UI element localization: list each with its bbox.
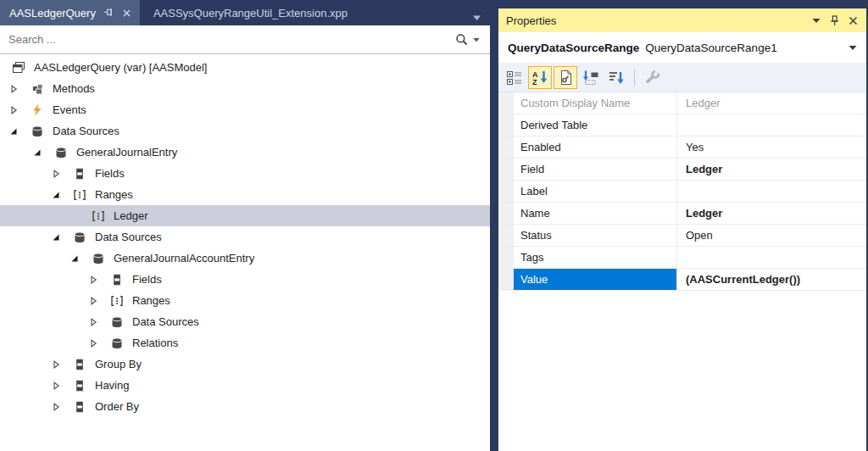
tree-item-events[interactable]: Events [0,99,490,120]
search-icon[interactable] [455,33,469,47]
categorized-button[interactable] [503,66,526,89]
fields-icon [73,167,86,181]
tree-item-label: Order By [95,396,139,417]
expander-expanded-icon[interactable] [68,252,81,265]
property-label[interactable]: Derived Table [514,114,676,136]
property-pages-button[interactable] [554,66,577,89]
search-input[interactable] [0,33,455,46]
methods-icon [31,82,44,96]
property-value[interactable]: Ledger [676,203,866,224]
tree-item-ledger[interactable]: Ledger [0,205,490,226]
expander-expanded-icon[interactable] [31,146,44,159]
expander-collapsed-icon[interactable] [49,167,63,181]
tab-aassysqueryrangeutil[interactable]: AASSysQueryRangeUtil_Extension.xpp [140,0,361,25]
property-label[interactable]: Custom Display Name [514,92,676,114]
property-value[interactable]: (AASCurrentLedger()) [676,269,866,290]
tree-item-relations[interactable]: Relations [0,332,490,354]
tree-item-label: Fields [95,163,125,184]
property-row-tags[interactable]: Tags [498,247,866,269]
tree-item-ranges[interactable]: Ranges [0,290,490,311]
database-icon [92,252,105,265]
set-value-button[interactable] [579,66,603,89]
expander-collapsed-icon[interactable] [49,379,63,393]
tree-item-label: Ledger [114,205,147,226]
tree-item-aasledgerquery-var-aasmodel[interactable]: AASLedgerQuery (var) [AASModel] [0,57,490,78]
properties-title-bar[interactable]: Properties [498,8,866,32]
tree-item-fields[interactable]: Fields [0,269,490,290]
tree-item-generaljournalaccountentry[interactable]: GeneralJournalAccountEntry [0,248,490,269]
tab-aasledgerquery[interactable]: AASLedgerQuery [0,0,140,25]
database-icon [54,146,68,159]
tree-item-methods[interactable]: Methods [0,78,490,99]
window-position-dropdown-icon[interactable] [808,13,824,29]
property-label[interactable]: Name [514,203,676,224]
property-row-label[interactable]: Label [498,181,866,203]
close-icon[interactable] [121,8,132,19]
expander-collapsed-icon[interactable] [49,358,63,371]
fields-icon [73,358,86,371]
tree-item-label: Ranges [95,184,133,205]
property-value[interactable] [676,114,866,136]
tree-item-ranges[interactable]: Ranges [0,184,490,205]
expander-collapsed-icon[interactable] [86,273,100,287]
property-value[interactable]: Ledger [676,159,866,180]
row-indent-strip [498,114,514,136]
property-label[interactable]: Status [514,225,676,246]
object-selector[interactable]: QueryDataSourceRange QueryDataSourceRang… [498,32,866,63]
tree-item-order-by[interactable]: Order By [0,396,490,417]
properties-grid: Custom Display NameLedgerDerived TableEn… [498,92,866,291]
expander-collapsed-icon[interactable] [86,315,100,329]
expander-expanded-icon[interactable] [49,231,63,244]
pin-icon[interactable] [826,13,843,29]
property-label[interactable]: Enabled [514,136,676,158]
property-value[interactable]: Yes [676,136,866,158]
tree-item-data-sources[interactable]: Data Sources [0,120,490,142]
sort-descending-button[interactable] [604,66,628,89]
tree-item-having[interactable]: Having [0,375,490,396]
application-window: AASLedgerQuery AASSysQueryRangeUtil_Exte… [0,0,868,451]
pin-icon[interactable] [103,7,114,19]
toolbar-separator [634,69,635,86]
property-value[interactable]: Ledger [676,92,866,114]
property-row-value[interactable]: Value(AASCurrentLedger()) [498,269,866,291]
chevron-down-icon[interactable] [849,44,857,51]
database-icon [110,337,124,350]
property-value[interactable] [676,247,866,268]
tree-item-data-sources[interactable]: Data Sources [0,311,490,332]
property-label[interactable]: Field [514,159,676,180]
properties-toolbar: AZ [498,63,866,92]
expander-collapsed-icon[interactable] [7,82,20,96]
property-row-custom-display-name[interactable]: Custom Display NameLedger [498,92,866,114]
tree-item-fields[interactable]: Fields [0,163,490,184]
expander-collapsed-icon[interactable] [7,103,20,117]
property-row-status[interactable]: StatusOpen [498,225,866,247]
property-row-derived-table[interactable]: Derived Table [498,114,866,136]
expander-collapsed-icon[interactable] [86,294,100,308]
row-indent-strip [498,247,514,268]
property-value[interactable] [676,181,866,202]
row-indent-strip [498,92,514,114]
expander-expanded-icon[interactable] [49,188,63,202]
database-icon [110,315,124,329]
expander-collapsed-icon[interactable] [86,337,100,350]
tree-item-group-by[interactable]: Group By [0,354,490,375]
property-row-name[interactable]: NameLedger [498,203,866,225]
tree-item-label: GeneralJournalEntry [76,142,177,163]
document-tab-strip: AASLedgerQuery AASSysQueryRangeUtil_Exte… [0,0,490,25]
tree-item-data-sources[interactable]: Data Sources [0,226,490,248]
alphabetical-button[interactable]: AZ [528,66,552,89]
property-row-field[interactable]: FieldLedger [498,159,866,181]
expander-expanded-icon[interactable] [7,125,20,138]
ranges-icon [110,294,124,308]
tab-list-dropdown-icon[interactable] [473,9,481,16]
tree-item-generaljournalentry[interactable]: GeneralJournalEntry [0,142,490,163]
row-indent-strip [498,203,514,224]
property-label[interactable]: Tags [514,247,676,268]
property-row-enabled[interactable]: EnabledYes [498,136,866,159]
property-label[interactable]: Value [514,269,676,290]
expander-collapsed-icon[interactable] [49,400,63,414]
property-label[interactable]: Label [514,181,676,202]
search-options-dropdown-icon[interactable] [473,37,480,42]
property-value[interactable]: Open [676,225,866,246]
close-icon[interactable] [845,13,861,29]
